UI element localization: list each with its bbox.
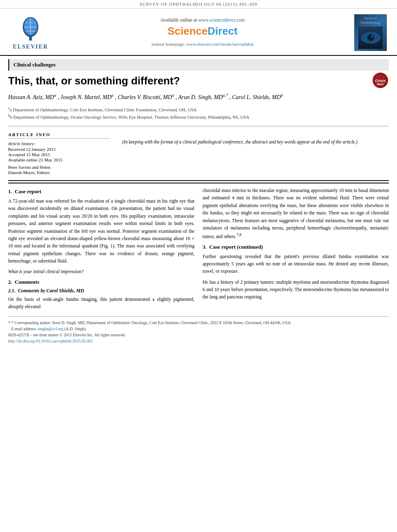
available-online-date: Available online 21 May 2015 <box>8 157 110 162</box>
journal-logo-box: Survey of Ophthalmology <box>352 13 389 51</box>
divider-1 <box>8 126 389 126</box>
right-col-top-text: choroidal mass inferior to the macular r… <box>203 187 389 241</box>
sciencedirect-brand: ScienceDirect <box>168 25 238 38</box>
section-2-heading: 2. Comments <box>8 279 195 285</box>
section-3-heading: 3. Case report (continued) <box>203 244 389 250</box>
svg-point-10 <box>371 36 373 38</box>
case-report-question: What is your initial clinical impression… <box>8 268 195 275</box>
elsevier-tree-icon <box>16 13 45 42</box>
article-info-left: ARTICLE INFO Article history: Received 1… <box>8 132 110 175</box>
body-columns: 1. Case report A 72-year-old man was ref… <box>8 183 389 314</box>
section-1-heading: 1. Case report <box>8 188 195 195</box>
body-left: 1. Case report A 72-year-old man was ref… <box>8 187 195 314</box>
elsevier-brand: ELSEVIER <box>13 44 48 50</box>
star-footnote: * * Corresponding author: Arun D. Singh,… <box>8 319 389 326</box>
title-row: This, that, or something different? Cros… <box>8 71 389 90</box>
journal-homepage-url[interactable]: www.elsevier.com/locate/survophthal <box>186 42 253 46</box>
email-note: E-mail address: singha@ccf.org (A.D. Sin… <box>8 326 389 332</box>
elsevier-logo: ELSEVIER <box>8 13 53 51</box>
content-wrapper: Clinical challenges This, that, or somet… <box>0 59 397 344</box>
editors-label: Peter Savino and Helen <box>8 165 110 170</box>
journal-bar: SURVEY OF OPHTHALMOLOGY 60 (2015) 495–49… <box>0 0 397 9</box>
affiliation-a: aa Department of Ophthalmology, Cole Eye… <box>8 106 389 113</box>
article-info-row: ARTICLE INFO Article history: Received 1… <box>8 129 389 179</box>
journal-logo-text: Survey of Ophthalmology <box>360 16 381 25</box>
header-area: ELSEVIER Available online at www.science… <box>0 9 397 56</box>
doi-link[interactable]: http://dx.doi.org/10.1016/j.survophthal.… <box>8 339 93 343</box>
crossmark-badge: Cross Mark <box>373 73 389 89</box>
editors-label2: Danesh-Meyer, Editors <box>8 170 110 175</box>
svg-point-9 <box>368 35 373 40</box>
subsection-2-1-heading: 2.1. Comments by Carol Shields, MD <box>8 288 195 294</box>
available-text: Available online at www.sciencedirect.co… <box>160 17 245 23</box>
case-report-text: A 72-year-old man was referred for the e… <box>8 197 195 265</box>
divider-heavy <box>8 180 389 181</box>
history-label: Article history: <box>8 141 110 146</box>
journal-homepage: journal homepage: www.elsevier.com/locat… <box>151 42 253 46</box>
issn-line: 0039-6257/$ – see front matter © 2015 El… <box>8 332 389 338</box>
doi-line: http://dx.doi.org/10.1016/j.survophthal.… <box>8 338 389 344</box>
affiliation-b: bb Department of Ophthalmology, Ocular O… <box>8 113 389 120</box>
svg-text:Cross: Cross <box>375 79 386 83</box>
accepted-date: Accepted 15 May 2015 <box>8 152 110 157</box>
email-link[interactable]: singha@ccf.org <box>37 327 63 331</box>
article-note: (In keeping with the format of a clinica… <box>122 132 389 175</box>
header-center: Available online at www.sciencedirect.co… <box>57 13 348 51</box>
journal-logo-image: Survey of Ophthalmology <box>354 14 387 51</box>
journal-bar-text: SURVEY OF OPHTHALMOLOGY 60 (2015) 495–49… <box>140 2 258 7</box>
main-title: This, that, or something different? <box>8 71 180 90</box>
case-report-continued-text1: Further questioning revealed that the pa… <box>203 253 389 275</box>
crossmark-icon: Cross Mark <box>373 73 388 88</box>
authors: Hassan A. Aziz, MDa , Joseph N. Martel, … <box>8 90 389 104</box>
affiliations: aa Department of Ophthalmology, Cole Eye… <box>8 104 389 124</box>
sciencedirect-url[interactable]: www.sciencedirect.com <box>198 17 245 23</box>
footer-notes: * * Corresponding author: Arun D. Singh,… <box>8 316 389 344</box>
section-label: Clinical challenges <box>8 59 389 71</box>
comments-text: On the basis of wide-angle fundus imagin… <box>8 296 195 311</box>
received-date: Received 12 January 2015 <box>8 147 110 152</box>
svg-text:Mark: Mark <box>377 83 384 86</box>
case-report-continued-text2: He has a history of 2 primary tumors: mu… <box>203 278 389 301</box>
body-right: choroidal mass inferior to the macular r… <box>203 187 389 314</box>
article-info-heading: ARTICLE INFO <box>8 132 110 139</box>
